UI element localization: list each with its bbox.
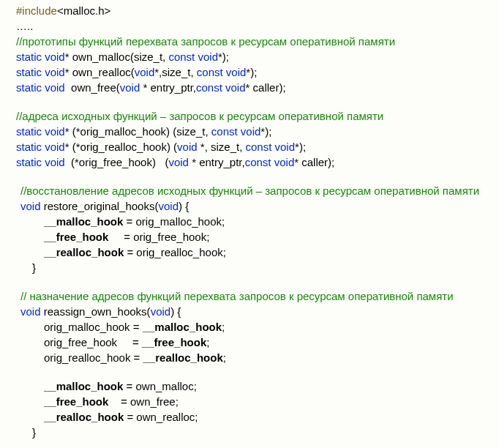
keyword: const void — [211, 125, 261, 138]
code-text: * entry_ptr, — [189, 156, 245, 168]
code-text: *, size_t, — [198, 141, 246, 153]
code-line: void reassign_own_hooks(void) { — [16, 304, 499, 319]
keyword: const void — [246, 141, 296, 153]
code-line: } — [16, 260, 499, 275]
hook-name: __realloc_hook — [44, 246, 124, 258]
code-line: static void* own_malloc(size_t, const vo… — [16, 49, 499, 64]
code-text: = own_realloc; — [124, 411, 198, 423]
code-line: ….. — [16, 18, 499, 34]
code-text: ; — [206, 336, 209, 348]
code-line: orig_malloc_hook = __malloc_hook; — [16, 319, 499, 335]
code-line: static void* (*orig_realloc_hook) (void … — [16, 139, 499, 154]
code-text: reassign_own_hooks( — [41, 305, 151, 318]
code-text: * caller); — [246, 81, 286, 94]
keyword: const void — [197, 66, 247, 78]
code-text: restore_original_hooks( — [41, 200, 159, 212]
code-text: = orig_realloc_hook; — [124, 246, 226, 258]
preprocessor: #include — [16, 4, 57, 17]
keyword: static void — [16, 156, 65, 168]
code-line: __realloc_hook = orig_realloc_hook; — [16, 244, 499, 260]
code-text: * (*orig_malloc_hook) (size_t, — [65, 125, 211, 138]
keyword: static void — [16, 66, 65, 78]
code-text: ) { — [170, 305, 181, 318]
comment: //восстановление адресов исходных функци… — [16, 183, 499, 198]
code-text: <malloc.h> — [57, 4, 110, 17]
blank-line — [16, 170, 499, 183]
code-line: __malloc_hook = own_malloc; — [16, 378, 499, 394]
code-text: ; — [223, 351, 226, 364]
hook-name: __malloc_hook — [44, 215, 123, 228]
code-text: *); — [246, 66, 257, 78]
keyword: void — [20, 200, 41, 212]
hook-name: __free_hook — [44, 395, 108, 408]
code-line: static void own_free(void * entry_ptr,co… — [16, 80, 499, 95]
code-text: * caller); — [294, 156, 334, 168]
code-line: void restore_original_hooks(void) { — [16, 198, 499, 214]
blank-line — [16, 365, 499, 378]
code-line: __free_hook = orig_free_hook; — [16, 229, 499, 244]
blank-line — [16, 95, 499, 108]
code-text: * own_realloc( — [65, 66, 135, 78]
keyword: static void — [16, 125, 65, 138]
comment: //прототипы функций перехвата запросов к… — [16, 34, 499, 49]
hook-name: __free_hook — [44, 231, 108, 243]
code-text: *); — [260, 125, 271, 138]
keyword: void — [20, 305, 41, 318]
code-line: static void* own_realloc(void*,size_t, c… — [16, 64, 499, 80]
hook-name: __malloc_hook — [44, 380, 123, 392]
code-line: __free_hook = own_free; — [16, 394, 499, 409]
code-line: static void (*orig_free_hook) (void * en… — [16, 154, 499, 170]
code-line: #include<malloc.h> — [16, 3, 499, 18]
code-text: = own_free; — [108, 395, 178, 408]
hook-name: __realloc_hook — [44, 411, 124, 423]
hook-name: __free_hook — [142, 336, 206, 348]
code-text: own_free( — [65, 81, 120, 94]
code-text: ; — [222, 321, 225, 333]
code-line: } — [16, 425, 499, 440]
code-text: = own_malloc; — [123, 380, 196, 392]
hook-name: __malloc_hook — [143, 321, 222, 333]
code-line: __realloc_hook = own_realloc; — [16, 409, 499, 425]
code-text: orig_realloc_hook = — [44, 351, 143, 364]
comment: //адреса исходных функций – запросов к р… — [16, 108, 499, 124]
code-text: ) { — [179, 200, 189, 212]
code-text: *); — [218, 51, 229, 63]
keyword: void — [168, 156, 189, 168]
code-document: #include<malloc.h> ….. //прототипы функц… — [0, 0, 499, 448]
hook-name: __realloc_hook — [143, 351, 223, 364]
code-text: orig_malloc_hook = — [44, 321, 143, 333]
code-text: (*orig_free_hook) ( — [65, 156, 169, 168]
code-text: * own_malloc(size_t, — [65, 51, 169, 63]
keyword: void — [158, 200, 179, 212]
keyword: void — [177, 141, 198, 153]
comment: // назначение адресов функций перехвата … — [16, 288, 499, 304]
keyword: static void — [16, 81, 65, 94]
code-line: __malloc_hook = orig_malloc_hook; — [16, 214, 499, 229]
code-text: = orig_free_hook; — [108, 231, 209, 243]
code-text: *,size_t, — [154, 66, 197, 78]
blank-line — [16, 275, 499, 288]
keyword: static void — [16, 51, 65, 63]
keyword: const void — [168, 51, 218, 63]
keyword: void — [135, 66, 155, 78]
keyword: void — [151, 305, 171, 318]
code-text: * (*orig_realloc_hook) ( — [65, 141, 177, 153]
code-line: static void* (*orig_malloc_hook) (size_t… — [16, 124, 499, 139]
code-text: * entry_ptr, — [140, 81, 196, 94]
code-line: orig_realloc_hook = __realloc_hook; — [16, 350, 499, 365]
keyword: const void — [196, 81, 246, 94]
code-line: orig_free_hook = __free_hook; — [16, 335, 499, 350]
code-text: = orig_malloc_hook; — [123, 215, 225, 228]
code-text: orig_free_hook = — [44, 336, 142, 348]
keyword: static void — [16, 141, 65, 153]
code-text: *); — [295, 141, 306, 153]
keyword: const void — [245, 156, 295, 168]
keyword: void — [120, 81, 140, 94]
